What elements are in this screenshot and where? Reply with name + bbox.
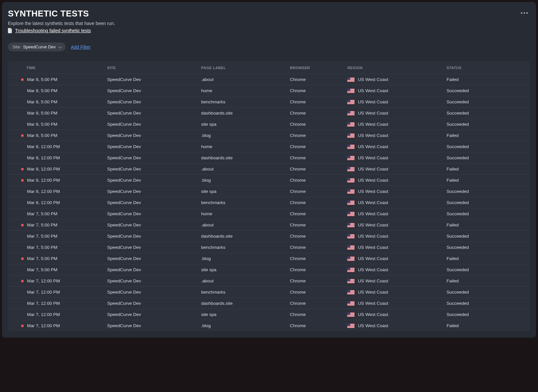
test-page-label: .blog bbox=[196, 320, 285, 331]
svg-rect-119 bbox=[347, 234, 350, 237]
region-cell: US West Coast bbox=[347, 155, 436, 160]
table-row[interactable]: Mar 7, 12:00 PM SpeedCurve Dev benchmark… bbox=[8, 287, 530, 298]
test-page-label: dashboards.site bbox=[196, 108, 285, 119]
test-status: Succeeded bbox=[441, 197, 530, 208]
svg-rect-125 bbox=[347, 248, 354, 248]
region-cell: US West Coast bbox=[347, 122, 436, 127]
region-cell: US West Coast bbox=[347, 99, 436, 104]
test-page-label: home bbox=[196, 141, 285, 152]
time-cell: Mar 7, 5:00 PM bbox=[13, 267, 97, 272]
table-row[interactable]: Mar 8, 5:00 PM SpeedCurve Dev benchmarks… bbox=[8, 96, 530, 108]
test-time: Mar 7, 12:00 PM bbox=[27, 312, 60, 317]
test-page-label: .blog bbox=[196, 253, 285, 264]
region-cell: US West Coast bbox=[347, 290, 436, 295]
test-time: Mar 8, 12:00 PM bbox=[27, 200, 60, 205]
table-row[interactable]: Mar 7, 5:00 PM SpeedCurve Dev .blog Chro… bbox=[8, 253, 530, 264]
region-cell: US West Coast bbox=[347, 178, 436, 183]
table-row[interactable]: Mar 8, 5:00 PM SpeedCurve Dev site spa C… bbox=[8, 119, 530, 130]
table-row[interactable]: Mar 7, 12:00 PM SpeedCurve Dev site spa … bbox=[8, 309, 530, 320]
table-row[interactable]: Mar 7, 5:00 PM SpeedCurve Dev dashboards… bbox=[8, 231, 530, 242]
region-cell: US West Coast bbox=[347, 323, 436, 328]
svg-rect-95 bbox=[347, 200, 350, 203]
svg-rect-6 bbox=[347, 81, 354, 81]
table-row[interactable]: Mar 8, 12:00 PM SpeedCurve Dev dashboard… bbox=[8, 152, 530, 164]
svg-rect-156 bbox=[347, 292, 354, 293]
test-status: Succeeded bbox=[441, 119, 530, 130]
us-flag-icon bbox=[347, 167, 354, 171]
svg-rect-45 bbox=[347, 136, 354, 137]
more-options-button[interactable]: ••• bbox=[519, 9, 530, 18]
table-row[interactable]: Mar 8, 12:00 PM SpeedCurve Dev home Chro… bbox=[8, 141, 530, 152]
test-region: US West Coast bbox=[358, 144, 388, 149]
test-page-label: .about bbox=[196, 164, 285, 175]
us-flag-icon bbox=[347, 156, 354, 160]
svg-rect-103 bbox=[347, 212, 350, 214]
us-flag-icon bbox=[347, 111, 354, 116]
test-time: Mar 7, 5:00 PM bbox=[27, 222, 57, 227]
status-dot-icon bbox=[21, 246, 24, 249]
table-row[interactable]: Mar 8, 12:00 PM SpeedCurve Dev benchmark… bbox=[8, 197, 530, 208]
table-row[interactable]: Mar 7, 5:00 PM SpeedCurve Dev home Chrom… bbox=[8, 208, 530, 220]
site-filter-chip[interactable]: Site: SpeedCurve Dev bbox=[8, 42, 66, 51]
time-cell: Mar 8, 12:00 PM bbox=[13, 200, 97, 205]
region-cell: US West Coast bbox=[347, 189, 436, 194]
test-time: Mar 8, 12:00 PM bbox=[27, 189, 60, 194]
region-cell: US West Coast bbox=[347, 77, 436, 82]
test-site: SpeedCurve Dev bbox=[102, 287, 196, 298]
test-browser: Chrome bbox=[285, 231, 342, 242]
table-row[interactable]: Mar 8, 12:00 PM SpeedCurve Dev .blog Chr… bbox=[8, 175, 530, 186]
status-dot-icon bbox=[21, 157, 24, 159]
test-page-label: site spa bbox=[196, 119, 285, 130]
troubleshooting-link[interactable]: Troubleshooting failed synthetic tests bbox=[15, 28, 91, 33]
svg-rect-111 bbox=[347, 223, 350, 225]
test-region: US West Coast bbox=[358, 88, 388, 93]
table-row[interactable]: Mar 8, 12:00 PM SpeedCurve Dev site spa … bbox=[8, 186, 530, 197]
svg-rect-52 bbox=[347, 147, 354, 147]
svg-rect-86 bbox=[347, 193, 354, 193]
test-site: SpeedCurve Dev bbox=[102, 164, 196, 175]
test-time: Mar 8, 5:00 PM bbox=[27, 133, 57, 138]
table-row[interactable]: Mar 7, 12:00 PM SpeedCurve Dev .blog Chr… bbox=[8, 320, 530, 331]
svg-rect-47 bbox=[347, 133, 350, 136]
table-row[interactable]: Mar 8, 5:00 PM SpeedCurve Dev .blog Chro… bbox=[8, 130, 530, 141]
test-site: SpeedCurve Dev bbox=[102, 309, 196, 320]
table-row[interactable]: Mar 7, 5:00 PM SpeedCurve Dev benchmarks… bbox=[8, 242, 530, 253]
svg-rect-142 bbox=[347, 271, 354, 272]
table-row[interactable]: Mar 8, 5:00 PM SpeedCurve Dev .about Chr… bbox=[8, 74, 530, 85]
test-region: US West Coast bbox=[358, 256, 388, 261]
svg-rect-23 bbox=[347, 100, 350, 102]
status-dot-icon bbox=[21, 325, 24, 327]
test-browser: Chrome bbox=[285, 242, 342, 253]
svg-rect-164 bbox=[347, 303, 354, 304]
svg-rect-93 bbox=[347, 203, 354, 204]
table-row[interactable]: Mar 8, 5:00 PM SpeedCurve Dev dashboards… bbox=[8, 108, 530, 119]
time-cell: Mar 8, 12:00 PM bbox=[13, 155, 97, 160]
us-flag-icon bbox=[347, 324, 354, 328]
synthetic-tests-panel: SYNTHETIC TESTS Explore the latest synth… bbox=[2, 2, 536, 338]
add-filter-link[interactable]: Add Filter bbox=[71, 44, 91, 50]
filter-bar: Site: SpeedCurve Dev Add Filter bbox=[8, 42, 530, 51]
us-flag-icon bbox=[347, 279, 354, 283]
test-time: Mar 7, 5:00 PM bbox=[27, 245, 57, 250]
test-region: US West Coast bbox=[358, 312, 388, 317]
svg-rect-140 bbox=[347, 270, 354, 270]
table-row[interactable]: Mar 7, 5:00 PM SpeedCurve Dev site spa C… bbox=[8, 264, 530, 275]
svg-rect-30 bbox=[347, 115, 354, 115]
test-site: SpeedCurve Dev bbox=[102, 186, 196, 197]
svg-rect-167 bbox=[347, 301, 350, 304]
region-cell: US West Coast bbox=[347, 256, 436, 261]
table-row[interactable]: Mar 7, 12:00 PM SpeedCurve Dev .about Ch… bbox=[8, 275, 530, 287]
region-cell: US West Coast bbox=[347, 211, 436, 216]
table-row[interactable]: Mar 8, 12:00 PM SpeedCurve Dev .about Ch… bbox=[8, 164, 530, 175]
test-browser: Chrome bbox=[285, 275, 342, 287]
test-time: Mar 7, 12:00 PM bbox=[27, 278, 60, 283]
table-row[interactable]: Mar 7, 5:00 PM SpeedCurve Dev .about Chr… bbox=[8, 220, 530, 231]
table-row[interactable]: Mar 7, 12:00 PM SpeedCurve Dev dashboard… bbox=[8, 298, 530, 309]
test-region: US West Coast bbox=[358, 111, 388, 116]
table-row[interactable]: Mar 8, 5:00 PM SpeedCurve Dev home Chrom… bbox=[8, 85, 530, 96]
test-site: SpeedCurve Dev bbox=[102, 108, 196, 119]
svg-rect-175 bbox=[347, 312, 350, 315]
status-dot-icon bbox=[21, 123, 24, 126]
test-status: Failed bbox=[441, 175, 530, 186]
test-site: SpeedCurve Dev bbox=[102, 74, 196, 85]
